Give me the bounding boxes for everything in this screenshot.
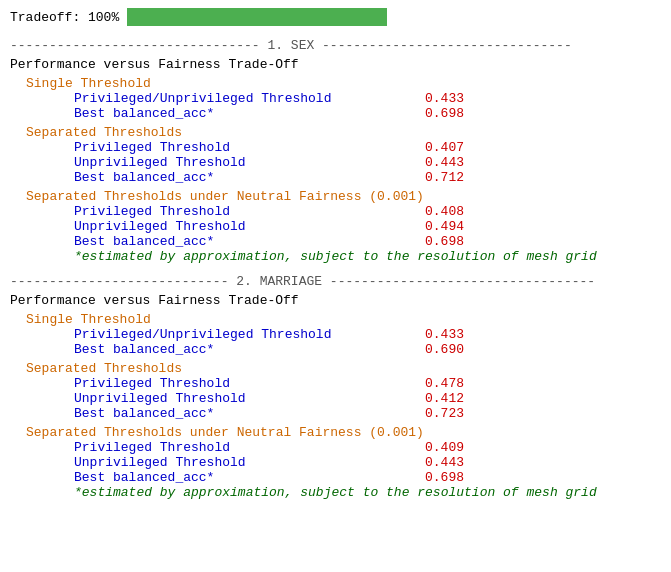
metric-label: Best balanced_acc* [74, 406, 414, 421]
metric-row: Unprivileged Threshold0.443 [74, 155, 661, 170]
metric-row: Unprivileged Threshold0.443 [74, 455, 661, 470]
metric-row: Best balanced_acc*0.698 [74, 106, 661, 121]
metric-row: Best balanced_acc*0.690 [74, 342, 661, 357]
group-label: Separated Thresholds [26, 361, 661, 376]
metric-label: Unprivileged Threshold [74, 219, 414, 234]
tradeoff-row: Tradeoff: 100% [10, 8, 661, 26]
metric-value: 0.407 [414, 140, 464, 155]
section-title: Performance versus Fairness Trade-Off [10, 293, 661, 308]
metric-row: Unprivileged Threshold0.412 [74, 391, 661, 406]
metric-value: 0.433 [414, 327, 464, 342]
metric-label: Privileged Threshold [74, 204, 414, 219]
note-row: *estimated by approximation, subject to … [74, 485, 661, 500]
metric-value: 0.409 [414, 440, 464, 455]
metric-value: 0.443 [414, 155, 464, 170]
section-divider: -------------------------------- 1. SEX … [10, 38, 661, 53]
metric-label: Best balanced_acc* [74, 342, 414, 357]
metric-value: 0.408 [414, 204, 464, 219]
metric-row: Best balanced_acc*0.712 [74, 170, 661, 185]
metric-row: Privileged Threshold0.407 [74, 140, 661, 155]
metric-label: Best balanced_acc* [74, 470, 414, 485]
tradeoff-bar [127, 8, 387, 26]
metric-row: Best balanced_acc*0.698 [74, 470, 661, 485]
tradeoff-label: Tradeoff: 100% [10, 10, 119, 25]
metric-label: Unprivileged Threshold [74, 455, 414, 470]
group-label: Separated Thresholds [26, 125, 661, 140]
group-label: Separated Thresholds under Neutral Fairn… [26, 425, 661, 440]
section-divider: ---------------------------- 2. MARRIAGE… [10, 274, 661, 289]
metric-value: 0.494 [414, 219, 464, 234]
metric-label: Best balanced_acc* [74, 106, 414, 121]
metric-label: Unprivileged Threshold [74, 391, 414, 406]
metric-value: 0.412 [414, 391, 464, 406]
metric-label: Privileged/Unprivileged Threshold [74, 327, 414, 342]
metric-label: Privileged Threshold [74, 440, 414, 455]
metric-label: Unprivileged Threshold [74, 155, 414, 170]
metric-row: Privileged/Unprivileged Threshold0.433 [74, 91, 661, 106]
metric-row: Privileged/Unprivileged Threshold0.433 [74, 327, 661, 342]
metric-value: 0.723 [414, 406, 464, 421]
metric-value: 0.698 [414, 234, 464, 249]
metric-label: Privileged/Unprivileged Threshold [74, 91, 414, 106]
metric-row: Unprivileged Threshold0.494 [74, 219, 661, 234]
metric-value: 0.698 [414, 106, 464, 121]
metric-label: Privileged Threshold [74, 376, 414, 391]
group-label: Single Threshold [26, 312, 661, 327]
metric-value: 0.433 [414, 91, 464, 106]
section-title: Performance versus Fairness Trade-Off [10, 57, 661, 72]
sections-container: -------------------------------- 1. SEX … [10, 38, 661, 500]
metric-row: Best balanced_acc*0.723 [74, 406, 661, 421]
note-row: *estimated by approximation, subject to … [74, 249, 661, 264]
metric-row: Privileged Threshold0.478 [74, 376, 661, 391]
metric-value: 0.698 [414, 470, 464, 485]
metric-row: Privileged Threshold0.409 [74, 440, 661, 455]
group-label: Single Threshold [26, 76, 661, 91]
metric-row: Best balanced_acc*0.698 [74, 234, 661, 249]
section-marriage: ---------------------------- 2. MARRIAGE… [10, 274, 661, 500]
metric-row: Privileged Threshold0.408 [74, 204, 661, 219]
metric-value: 0.690 [414, 342, 464, 357]
group-label: Separated Thresholds under Neutral Fairn… [26, 189, 661, 204]
metric-value: 0.478 [414, 376, 464, 391]
metric-value: 0.712 [414, 170, 464, 185]
section-sex: -------------------------------- 1. SEX … [10, 38, 661, 264]
metric-label: Best balanced_acc* [74, 234, 414, 249]
metric-label: Privileged Threshold [74, 140, 414, 155]
metric-value: 0.443 [414, 455, 464, 470]
metric-label: Best balanced_acc* [74, 170, 414, 185]
